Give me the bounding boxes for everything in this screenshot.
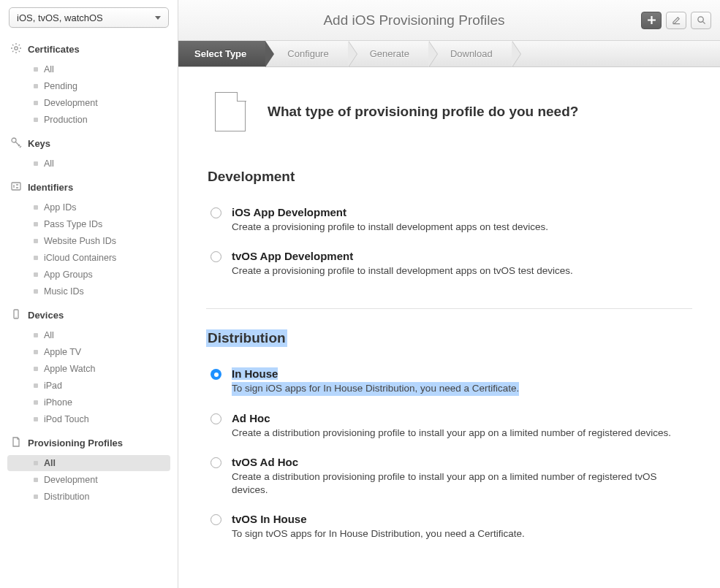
bullet-icon [34, 461, 38, 465]
bullet-icon [34, 289, 38, 294]
sidebar-item-pending[interactable]: Pending [7, 78, 170, 94]
sidebar-header-label: Devices [28, 310, 64, 321]
sidebar-item-all[interactable]: All [7, 156, 170, 172]
radio-button[interactable] [211, 369, 221, 380]
sidebar-item-all[interactable]: All [7, 61, 170, 77]
edit-button[interactable] [666, 12, 686, 29]
option-desc: To sign iOS apps for In House Distributi… [232, 382, 519, 395]
sidebar-item-label: All [44, 458, 56, 468]
sidebar-item-website-push-ids[interactable]: Website Push IDs [7, 233, 170, 249]
sidebar-header-label: Identifiers [28, 182, 73, 193]
document-icon [10, 436, 22, 450]
sidebar-header-keys[interactable]: Keys [0, 132, 178, 155]
sidebar-item-production[interactable]: Production [7, 112, 170, 128]
key-icon [10, 137, 22, 150]
sidebar-item-development[interactable]: Development [7, 472, 170, 488]
option-desc: Create a provisioning profile to install… [232, 264, 573, 278]
bullet-icon [34, 400, 38, 405]
svg-point-0 [15, 47, 18, 50]
sidebar-item-label: iPhone [44, 397, 72, 408]
sidebar-item-label: All [44, 330, 54, 340]
option-ios-app-development[interactable]: iOS App Development Create a provisionin… [206, 199, 692, 243]
bullet-icon [34, 417, 38, 421]
option-text: tvOS App Development Create a provisioni… [232, 250, 573, 278]
radio-button[interactable] [211, 514, 221, 525]
sidebar-item-pass-type-ids[interactable]: Pass Type IDs [7, 216, 170, 232]
sidebar-header-provisioning profiles[interactable]: Provisioning Profiles [0, 432, 178, 454]
step-select-type[interactable]: Select Type [178, 41, 265, 66]
option-in-house[interactable]: In House To sign iOS apps for In House D… [206, 360, 692, 404]
radio-button[interactable] [211, 413, 221, 424]
step-configure[interactable]: Configure [265, 41, 347, 66]
bullet-icon [34, 333, 38, 337]
sidebar-item-ipod-touch[interactable]: iPod Touch [7, 411, 170, 427]
sidebar: iOS, tvOS, watchOS Certificates All Pend… [0, 0, 178, 588]
edit-icon [672, 15, 681, 25]
bullet-icon [34, 350, 38, 354]
option-text: iOS App Development Create a provisionin… [232, 206, 548, 234]
svg-point-5 [697, 17, 702, 22]
radio-button[interactable] [211, 251, 221, 262]
step-label: Select Type [194, 48, 246, 59]
group-heading: Distribution [206, 329, 287, 347]
step-label: Configure [287, 48, 328, 59]
bullet-icon [34, 67, 38, 72]
sidebar-header-devices[interactable]: Devices [0, 304, 178, 327]
svg-rect-2 [12, 183, 20, 190]
sidebar-header-certificates[interactable]: Certificates [0, 38, 178, 61]
sidebar-item-development[interactable]: Development [7, 95, 170, 111]
bullet-icon [34, 239, 38, 243]
add-button[interactable] [641, 12, 662, 29]
option-text: tvOS In House To sign tvOS apps for In H… [232, 513, 525, 541]
sidebar-item-all[interactable]: All [7, 327, 170, 343]
sidebar-item-label: iCloud Containers [44, 253, 116, 263]
hero: What type of provisioning profile do you… [215, 92, 692, 131]
content: What type of provisioning profile do you… [178, 67, 720, 588]
option-text: Ad Hoc Create a distribution provisionin… [232, 412, 671, 440]
step-download[interactable]: Download [428, 41, 512, 66]
sidebar-header-label: Certificates [28, 44, 80, 55]
sidebar-item-icloud-containers[interactable]: iCloud Containers [7, 250, 170, 266]
sidebar-item-apple-tv[interactable]: Apple TV [7, 344, 170, 360]
platform-dropdown[interactable]: iOS, tvOS, watchOS [9, 7, 169, 28]
sidebar-item-label: App IDs [44, 202, 76, 213]
step-label: Download [450, 48, 493, 59]
radio-button[interactable] [211, 207, 221, 218]
option-title: tvOS App Development [232, 250, 353, 262]
sidebar-item-label: Production [44, 115, 88, 125]
option-tvos-in-house[interactable]: tvOS In House To sign tvOS apps for In H… [206, 505, 692, 549]
sidebar-item-label: Website Push IDs [44, 236, 116, 246]
sidebar-item-apple-watch[interactable]: Apple Watch [7, 361, 170, 377]
chevron-down-icon [155, 16, 161, 20]
sidebar-item-app-ids[interactable]: App IDs [7, 199, 170, 215]
option-ad-hoc[interactable]: Ad Hoc Create a distribution provisionin… [206, 405, 692, 448]
search-button[interactable] [691, 12, 711, 29]
sidebar-item-label: Music IDs [44, 286, 84, 297]
sidebar-item-all[interactable]: All [7, 455, 170, 471]
sidebar-header-label: Keys [28, 138, 50, 149]
bullet-icon [34, 205, 38, 210]
bullet-icon [34, 161, 38, 166]
option-tvos-ad-hoc[interactable]: tvOS Ad Hoc Create a distribution provis… [206, 448, 692, 505]
radio-button[interactable] [211, 457, 221, 468]
option-tvos-app-development[interactable]: tvOS App Development Create a provisioni… [206, 243, 692, 286]
option-text: In House To sign iOS apps for In House D… [232, 367, 519, 395]
sidebar-item-iphone[interactable]: iPhone [7, 394, 170, 411]
bullet-icon [34, 367, 38, 371]
sidebar-item-app-groups[interactable]: App Groups [7, 267, 170, 283]
sidebar-item-label: iPod Touch [44, 414, 89, 424]
topbar: Add iOS Provisioning Profiles [178, 0, 720, 41]
sidebar-item-label: All [44, 64, 54, 75]
sidebar-item-music-ids[interactable]: Music IDs [7, 283, 170, 299]
option-text: tvOS Ad Hoc Create a distribution provis… [232, 456, 692, 497]
group-heading: Development [206, 168, 296, 186]
sidebar-item-ipad[interactable]: iPad [7, 378, 170, 394]
hero-question: What type of provisioning profile do you… [268, 104, 578, 120]
sidebar-item-distribution[interactable]: Distribution [7, 489, 170, 505]
step-label: Generate [370, 48, 409, 59]
bullet-icon [34, 101, 38, 105]
step-generate[interactable]: Generate [348, 41, 428, 66]
id-icon [10, 180, 22, 194]
sidebar-header-identifiers[interactable]: Identifiers [0, 176, 178, 199]
sidebar-item-label: Distribution [44, 492, 90, 502]
